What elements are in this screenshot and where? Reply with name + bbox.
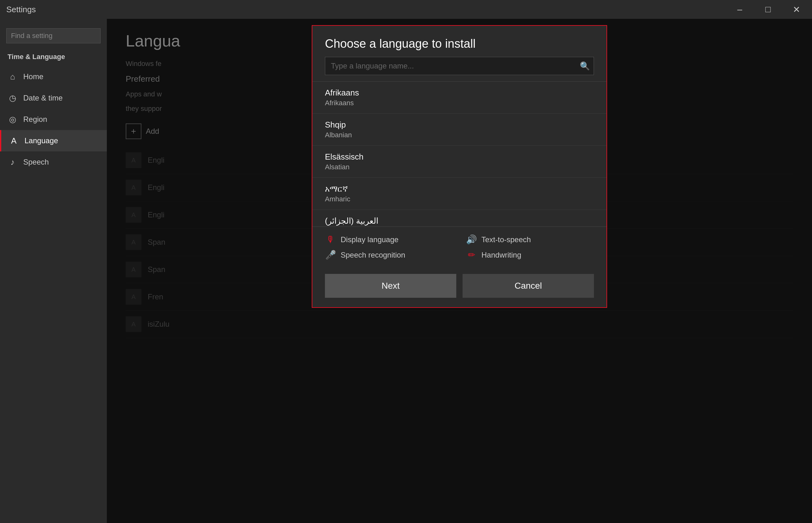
list-item[interactable]: العربية (الجزائر) Arabic (Algeria) [312, 210, 606, 227]
list-item[interactable]: Afrikaans Afrikaans [312, 82, 606, 114]
clock-icon: ◷ [7, 93, 18, 103]
lang-english-name: Albanian [325, 131, 594, 139]
sidebar-search-container [6, 28, 101, 43]
feature-display-language-label: Display language [341, 235, 399, 244]
sidebar-item-region[interactable]: ◎ Region [0, 109, 107, 130]
speech-recognition-icon: 🎤 [325, 250, 336, 260]
lang-english-name: Amharic [325, 195, 594, 203]
modal-overlay: Choose a language to install 🔍 Afrikaans… [107, 19, 812, 523]
maximize-button[interactable]: □ [759, 3, 777, 16]
sidebar-item-language[interactable]: A Language [0, 130, 107, 151]
sidebar-item-speech[interactable]: ♪ Speech [0, 151, 107, 173]
sidebar: Time & Language ⌂ Home ◷ Date & time ◎ R… [0, 19, 107, 523]
handwriting-icon: ✏ [466, 250, 477, 260]
sidebar-search-input[interactable] [6, 28, 101, 43]
lang-native-name: አማርኛ [325, 184, 594, 194]
modal-header: Choose a language to install [312, 26, 606, 57]
modal-search-container: 🔍 [325, 57, 594, 75]
region-icon: ◎ [7, 114, 18, 124]
text-to-speech-icon: 🔊 [466, 234, 477, 245]
lang-native-name: Afrikaans [325, 88, 594, 98]
modal-buttons: Next Cancel [312, 268, 606, 307]
main-content: Langua Windows fe Preferred Apps and w t… [107, 19, 812, 523]
language-search-input[interactable] [325, 57, 576, 75]
list-item[interactable]: አማርኛ Amharic [312, 178, 606, 210]
sidebar-item-home-label: Home [23, 72, 43, 81]
close-button[interactable]: ✕ [787, 3, 806, 16]
app-body: Time & Language ⌂ Home ◷ Date & time ◎ R… [0, 19, 812, 523]
search-icon: 🔍 [580, 61, 590, 71]
lang-english-name: Alsatian [325, 163, 594, 171]
sidebar-item-speech-label: Speech [23, 158, 49, 166]
feature-handwriting-label: Handwriting [481, 251, 521, 259]
search-button[interactable]: 🔍 [576, 57, 594, 75]
list-item[interactable]: Shqip Albanian [312, 114, 606, 146]
sidebar-section-title: Time & Language [0, 50, 107, 66]
sidebar-item-datetime-label: Date & time [23, 94, 63, 103]
language-install-modal: Choose a language to install 🔍 Afrikaans… [312, 25, 607, 308]
next-button[interactable]: Next [325, 274, 456, 298]
feature-text-to-speech: 🔊 Text-to-speech [466, 234, 594, 245]
language-icon: A [9, 136, 19, 146]
title-bar: Settings – □ ✕ [0, 0, 812, 19]
lang-native-name: العربية (الجزائر) [325, 216, 594, 226]
language-list[interactable]: Afrikaans Afrikaans Shqip Albanian Elsäs… [312, 82, 606, 227]
sidebar-item-datetime[interactable]: ◷ Date & time [0, 87, 107, 109]
sidebar-item-region-label: Region [23, 115, 47, 124]
feature-display-language: 🎙 Display language [325, 234, 453, 245]
home-icon: ⌂ [7, 72, 18, 82]
minimize-button[interactable]: – [730, 3, 749, 16]
sidebar-item-language-label: Language [24, 136, 58, 145]
lang-native-name: Elsässisch [325, 152, 594, 162]
feature-handwriting: ✏ Handwriting [466, 250, 594, 260]
cancel-button[interactable]: Cancel [462, 274, 594, 298]
lang-native-name: Shqip [325, 120, 594, 130]
app-title: Settings [6, 5, 36, 15]
feature-speech-recognition-label: Speech recognition [341, 251, 405, 259]
lang-english-name: Afrikaans [325, 99, 594, 107]
modal-features: 🎙 Display language 🔊 Text-to-speech 🎤 Sp… [312, 227, 606, 268]
feature-text-to-speech-label: Text-to-speech [481, 235, 531, 244]
feature-speech-recognition: 🎤 Speech recognition [325, 250, 453, 260]
window-controls: – □ ✕ [730, 3, 806, 16]
speech-icon: ♪ [7, 157, 18, 167]
modal-title: Choose a language to install [325, 37, 594, 51]
sidebar-item-home[interactable]: ⌂ Home [0, 66, 107, 87]
display-language-icon: 🎙 [325, 234, 336, 245]
list-item[interactable]: Elsässisch Alsatian [312, 146, 606, 178]
